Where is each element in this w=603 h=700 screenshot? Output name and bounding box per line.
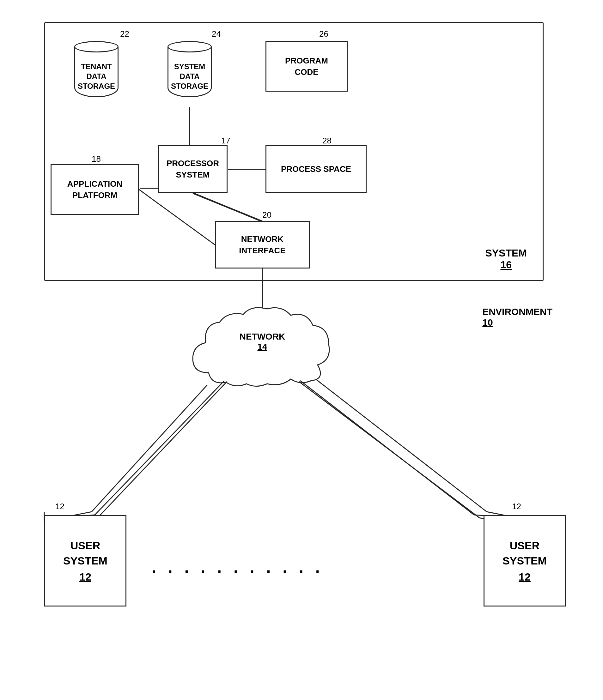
processor-system-label: PROCESSORSYSTEM [167, 158, 219, 181]
ref-22: 22 [120, 29, 129, 39]
ref-17: 17 [221, 136, 231, 146]
system-label-text: SYSTEM [485, 247, 527, 259]
user-system-right-label: USERSYSTEM 12 [503, 538, 547, 583]
program-code-label: PROGRAMCODE [285, 55, 328, 78]
network-cloud: NETWORK 14 [183, 306, 341, 389]
svg-line-25 [299, 382, 480, 518]
cyl-top-tenant [74, 41, 119, 52]
process-space: PROCESS SPACE [265, 145, 367, 193]
network-interface-label: NETWORKINTERFACE [239, 233, 285, 256]
svg-line-17 [300, 381, 474, 515]
network-label: NETWORK 14 [240, 332, 285, 352]
system-data-label: SYSTEMDATASTORAGE [171, 58, 208, 91]
svg-line-8 [304, 370, 487, 512]
dots: · · · · · · · · · · · [152, 562, 323, 581]
cyl-body-tenant: TENANTDATASTORAGE [74, 47, 119, 97]
user-system-left: USERSYSTEM 12 [44, 515, 126, 606]
ref-12-right: 12 [512, 502, 521, 511]
system-ref-text: 16 [485, 259, 527, 271]
application-platform-label: APPLICATIONPLATFORM [67, 178, 122, 201]
ref-24: 24 [212, 29, 221, 39]
ref-12-left: 12 [55, 502, 65, 511]
network-interface: NETWORKINTERFACE [215, 221, 310, 269]
cyl-top-system [168, 41, 212, 52]
svg-line-24 [97, 382, 227, 518]
system-16-label: SYSTEM 16 [485, 247, 527, 271]
user-system-left-label: USERSYSTEM 12 [63, 538, 107, 583]
diagram-container: SYSTEM 16 22 TENANTDATASTORAGE 24 SYSTEM… [25, 12, 578, 688]
ref-20: 20 [262, 210, 271, 220]
program-code: PROGRAMCODE [265, 41, 348, 92]
application-platform: APPLICATIONPLATFORM [51, 164, 139, 215]
svg-line-5 [92, 370, 221, 512]
ref-26: 26 [319, 29, 328, 39]
system-data-storage: SYSTEMDATASTORAGE [168, 41, 212, 97]
user-system-right: USERSYSTEM 12 [484, 515, 566, 606]
tenant-label: TENANTDATASTORAGE [78, 58, 115, 91]
ref-28: 28 [322, 136, 332, 146]
environment-label: ENVIRONMENT 10 [482, 306, 552, 328]
svg-line-14 [95, 381, 224, 515]
ref-18: 18 [92, 154, 101, 164]
cyl-body-system: SYSTEMDATASTORAGE [168, 47, 212, 97]
tenant-data-storage: TENANTDATASTORAGE [74, 41, 119, 97]
processor-system: PROCESSORSYSTEM [158, 145, 227, 193]
process-space-label: PROCESS SPACE [281, 163, 351, 175]
